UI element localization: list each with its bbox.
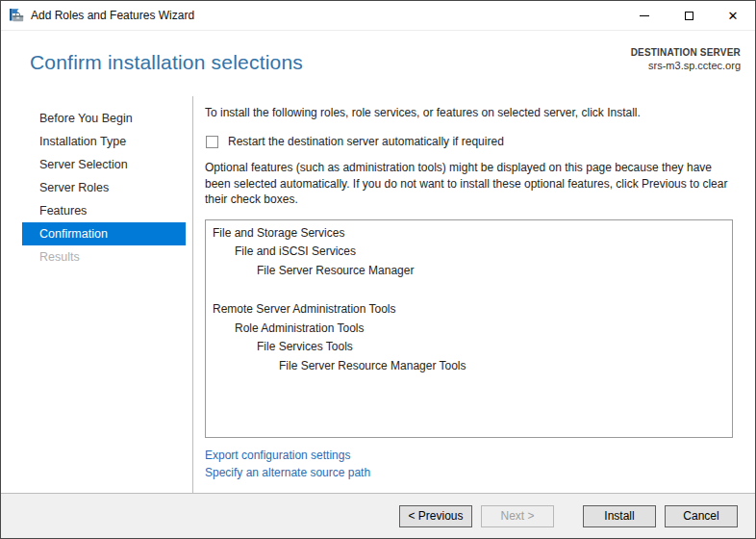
- sidebar-item-before-you-begin[interactable]: Before You Begin: [22, 107, 186, 130]
- minimize-button[interactable]: [622, 1, 667, 30]
- tree-item[interactable]: File Services Tools: [206, 338, 732, 357]
- window-title: Add Roles and Features Wizard: [31, 9, 194, 22]
- install-button[interactable]: Install: [583, 505, 656, 527]
- previous-button[interactable]: < Previous: [399, 505, 472, 527]
- page-title: Confirm installation selections: [30, 51, 303, 96]
- maximize-icon: [685, 12, 693, 20]
- footer-links: Export configuration settings Specify an…: [205, 447, 733, 481]
- window-controls: ✕: [622, 1, 755, 30]
- wizard-footer: < Previous Next > Install Cancel: [1, 493, 755, 538]
- destination-label: DESTINATION SERVER: [631, 47, 741, 58]
- alternate-source-path-link[interactable]: Specify an alternate source path: [205, 464, 370, 481]
- minimize-icon: [640, 15, 649, 16]
- sidebar-item-results: Results: [22, 245, 186, 269]
- sidebar-item-server-roles[interactable]: Server Roles: [22, 176, 186, 199]
- intro-text: To install the following roles, role ser…: [205, 105, 733, 120]
- tree-item[interactable]: Remote Server Administration Tools: [206, 300, 732, 320]
- sidebar-item-confirmation[interactable]: Confirmation: [22, 222, 186, 245]
- sidebar-item-features[interactable]: Features: [22, 199, 186, 222]
- tree-item[interactable]: Role Administration Tools: [206, 320, 732, 339]
- title-bar: Add Roles and Features Wizard ✕: [1, 1, 755, 31]
- close-button[interactable]: ✕: [711, 1, 755, 30]
- tree-item[interactable]: File Server Resource Manager Tools: [206, 357, 732, 376]
- cancel-button[interactable]: Cancel: [665, 505, 738, 527]
- wizard-window: Add Roles and Features Wizard ✕ Confirm …: [0, 0, 756, 539]
- restart-checkbox-row[interactable]: Restart the destination server automatic…: [205, 135, 733, 148]
- sidebar-item-installation-type[interactable]: Installation Type: [22, 130, 186, 153]
- wizard-header: Confirm installation selections DESTINAT…: [1, 31, 755, 96]
- optional-features-note: Optional features (such as administratio…: [205, 160, 733, 208]
- restart-checkbox[interactable]: [206, 136, 218, 148]
- restart-checkbox-label: Restart the destination server automatic…: [228, 135, 504, 148]
- destination-server: srs-m3.sp.cctec.org: [631, 60, 741, 71]
- close-icon: ✕: [728, 10, 739, 22]
- tree-item[interactable]: File Server Resource Manager: [206, 262, 732, 281]
- tree-item[interactable]: File and iSCSI Services: [206, 243, 732, 262]
- sidebar-item-server-selection[interactable]: Server Selection: [22, 153, 186, 176]
- tree-group-spacer: [206, 280, 732, 300]
- selected-items-list[interactable]: File and Storage Services File and iSCSI…: [205, 219, 733, 438]
- export-configuration-link[interactable]: Export configuration settings: [205, 447, 350, 464]
- tree-item[interactable]: File and Storage Services: [206, 224, 732, 244]
- wizard-body: Before You Begin Installation Type Serve…: [1, 96, 755, 493]
- destination-block: DESTINATION SERVER srs-m3.sp.cctec.org: [631, 31, 755, 96]
- server-manager-icon: [9, 8, 24, 23]
- confirmation-page-content: To install the following roles, role ser…: [193, 96, 755, 493]
- wizard-steps-sidebar: Before You Begin Installation Type Serve…: [1, 96, 193, 493]
- next-button: Next >: [481, 505, 554, 527]
- maximize-button[interactable]: [667, 1, 711, 30]
